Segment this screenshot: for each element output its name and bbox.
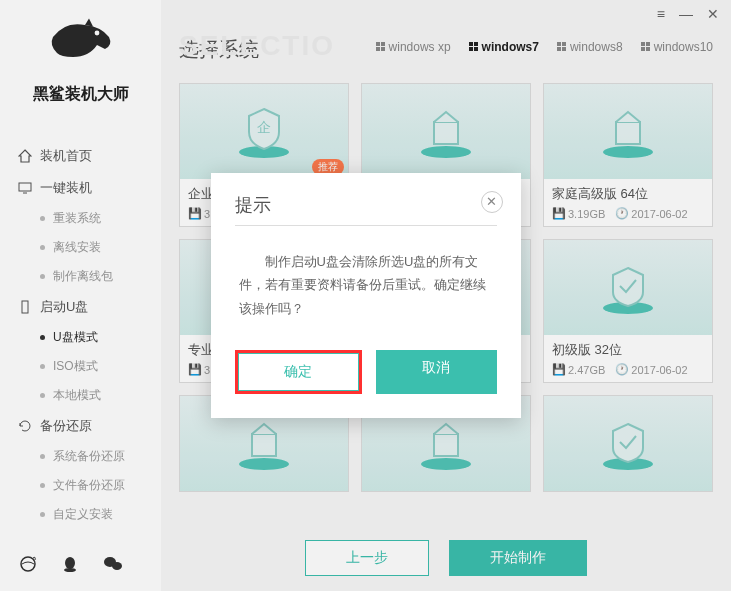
- confirm-highlight: 确定: [235, 350, 362, 394]
- dialog-actions: 确定 取消: [235, 350, 497, 394]
- modal-overlay: 提示 ✕ 制作启动U盘会清除所选U盘的所有文件，若有重要资料请备份后重试。确定继…: [0, 0, 731, 591]
- dialog-body: 制作启动U盘会清除所选U盘的所有文件，若有重要资料请备份后重试。确定继续该操作吗…: [235, 226, 497, 350]
- confirm-dialog: 提示 ✕ 制作启动U盘会清除所选U盘的所有文件，若有重要资料请备份后重试。确定继…: [211, 173, 521, 418]
- confirm-button[interactable]: 确定: [238, 353, 359, 391]
- dialog-close-button[interactable]: ✕: [481, 191, 503, 213]
- cancel-button[interactable]: 取消: [376, 350, 497, 394]
- dialog-title: 提示: [235, 193, 497, 226]
